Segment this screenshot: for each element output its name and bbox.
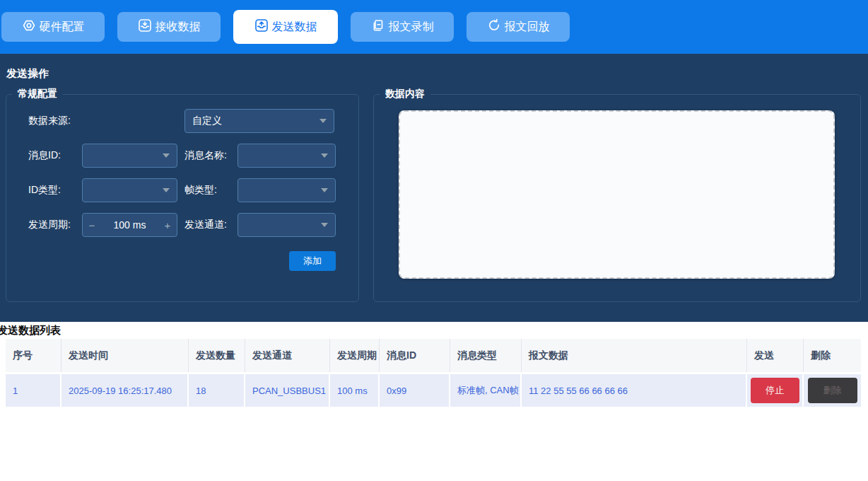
hardware-config-icon — [22, 18, 36, 35]
col-header-msg-type: 消息类型 — [450, 339, 522, 372]
stop-button[interactable]: 停止 — [751, 378, 799, 403]
cell-period: 100 ms — [330, 374, 380, 407]
id-type-row: ID类型: 帧类型: — [28, 178, 358, 202]
top-toolbar: 硬件配置 接收数据 发送数据 — [0, 0, 868, 54]
tab-label: 接收数据 — [156, 20, 201, 35]
data-source-row: 数据来源: 自定义 — [28, 109, 358, 133]
frame-type-select[interactable] — [237, 178, 336, 202]
send-operation-section: 发送操作 常规配置 数据来源: 自定义 消息ID: — [0, 54, 868, 322]
col-header-index: 序号 — [6, 339, 61, 372]
tab-label: 报文录制 — [389, 20, 434, 35]
data-source-select[interactable]: 自定义 — [184, 109, 334, 133]
stepper-plus-button[interactable]: + — [158, 219, 177, 231]
data-content-panel: 数据内容 — [373, 88, 861, 302]
data-source-label: 数据来源: — [28, 115, 184, 127]
message-record-icon — [371, 18, 385, 35]
frame-type-label: 帧类型: — [184, 184, 237, 197]
chevron-down-icon — [321, 153, 328, 158]
chevron-down-icon — [319, 119, 327, 123]
table-row: 1 2025-09-19 16:25:17.480 18 PCAN_USBBUS… — [6, 374, 861, 407]
cell-payload: 11 22 55 55 66 66 66 66 — [522, 374, 747, 407]
col-header-time: 发送时间 — [61, 339, 189, 372]
cell-count: 18 — [189, 374, 245, 407]
page-title: 发送操作 — [6, 67, 861, 81]
chevron-down-icon — [163, 188, 170, 192]
col-header-msg-id: 消息ID — [380, 339, 450, 372]
tab-receive-data[interactable]: 接收数据 — [117, 12, 221, 42]
col-header-period: 发送周期 — [330, 339, 380, 372]
message-name-select[interactable] — [237, 144, 336, 168]
general-config-panel: 常规配置 数据来源: 自定义 消息ID: 消息名称: — [6, 88, 359, 302]
message-id-select[interactable] — [82, 144, 177, 168]
delete-button[interactable]: 删除 — [808, 378, 857, 403]
col-header-payload: 报文数据 — [522, 339, 747, 372]
send-channel-label: 发送通道: — [184, 219, 237, 231]
cell-msg-id: 0x99 — [380, 374, 450, 407]
send-period-stepper: − 100 ms + — [82, 213, 177, 237]
message-replay-icon — [487, 18, 501, 35]
cell-time: 2025-09-19 16:25:17.480 — [61, 374, 189, 407]
receive-data-icon — [138, 18, 152, 35]
tab-hardware-config[interactable]: 硬件配置 — [1, 12, 105, 42]
general-config-legend: 常规配置 — [12, 88, 63, 100]
send-list-title: 发送数据列表 — [0, 324, 868, 337]
send-data-icon — [254, 18, 269, 35]
tab-send-data[interactable]: 发送数据 — [233, 10, 338, 44]
chevron-down-icon — [163, 153, 170, 158]
id-type-label: ID类型: — [28, 184, 82, 197]
add-button[interactable]: 添加 — [289, 251, 336, 271]
col-header-send: 发送 — [747, 339, 804, 372]
send-list-table: 序号 发送时间 发送数量 发送通道 发送周期 消息ID 消息类型 报文数据 发送… — [6, 339, 861, 407]
tab-label: 报文回放 — [505, 20, 550, 35]
message-id-label: 消息ID: — [28, 149, 82, 162]
send-period-row: 发送周期: − 100 ms + 发送通道: — [28, 213, 358, 237]
tab-message-record[interactable]: 报文录制 — [351, 12, 454, 42]
cell-channel: PCAN_USBBUS1 — [245, 374, 330, 407]
col-header-delete: 删除 — [804, 339, 861, 372]
cell-send: 停止 — [747, 374, 804, 407]
chevron-down-icon — [321, 223, 328, 227]
send-list-section: 发送数据列表 序号 发送时间 发送数量 发送通道 发送周期 消息ID 消息类型 … — [0, 322, 868, 407]
col-header-channel: 发送通道 — [245, 339, 330, 372]
message-id-row: 消息ID: 消息名称: — [28, 144, 358, 168]
table-header-row: 序号 发送时间 发送数量 发送通道 发送周期 消息ID 消息类型 报文数据 发送… — [6, 339, 861, 372]
send-period-label: 发送周期: — [28, 219, 82, 231]
tab-message-replay[interactable]: 报文回放 — [467, 12, 570, 42]
data-content-dropzone[interactable] — [399, 110, 835, 279]
cell-msg-type: 标准帧, CAN帧 — [450, 374, 522, 407]
cell-index: 1 — [6, 374, 61, 407]
stepper-minus-button[interactable]: − — [83, 219, 101, 231]
chevron-down-icon — [321, 188, 328, 192]
tab-label: 发送数据 — [272, 20, 317, 35]
cell-delete: 删除 — [804, 374, 861, 407]
col-header-count: 发送数量 — [189, 339, 245, 372]
data-content-legend: 数据内容 — [380, 88, 430, 100]
send-channel-select[interactable] — [237, 213, 336, 237]
send-period-value[interactable]: 100 ms — [101, 219, 158, 231]
id-type-select[interactable] — [82, 178, 177, 202]
message-name-label: 消息名称: — [184, 149, 237, 162]
tab-label: 硬件配置 — [40, 20, 85, 35]
data-source-value: 自定义 — [192, 115, 222, 127]
